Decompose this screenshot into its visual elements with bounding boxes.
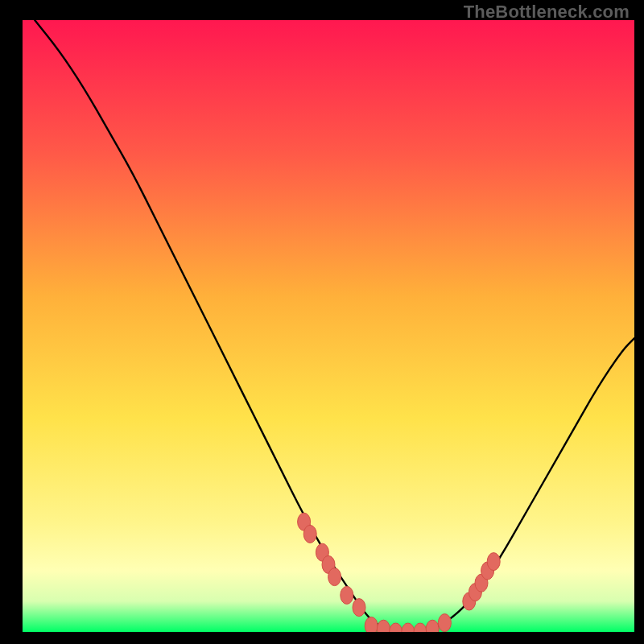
chart-frame [23, 20, 634, 632]
data-marker [438, 614, 451, 632]
bottleneck-chart [23, 20, 634, 632]
data-marker [353, 599, 365, 617]
data-marker [328, 568, 341, 586]
data-marker [303, 525, 316, 543]
data-marker [487, 553, 500, 571]
data-marker [365, 617, 378, 632]
watermark-text: TheBottleneck.com [464, 2, 630, 23]
data-marker [341, 586, 353, 604]
gradient-background [23, 20, 634, 632]
